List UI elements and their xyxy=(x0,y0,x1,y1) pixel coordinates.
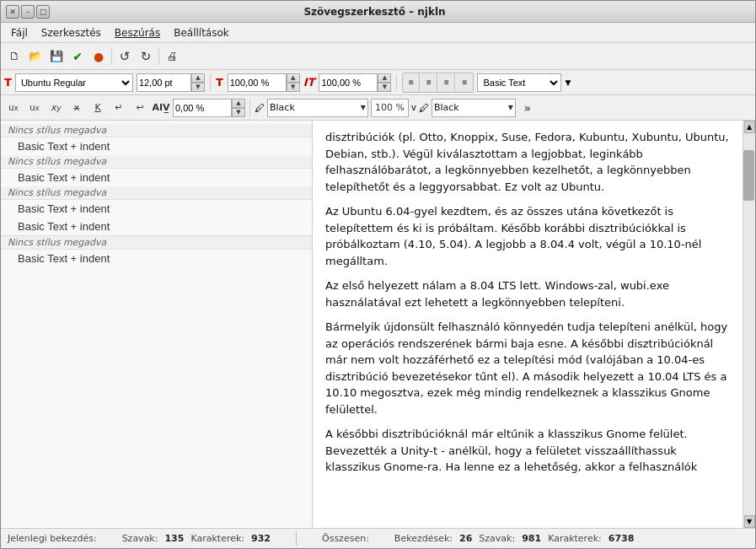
close-button[interactable]: ✕ xyxy=(6,5,19,19)
font-selector[interactable]: Ubuntu Regular xyxy=(15,73,133,92)
list-item[interactable]: Basic Text + indent xyxy=(1,218,312,236)
check-button[interactable]: ✔ xyxy=(67,46,88,67)
sidebar-style-indent-only-label: Basic Text + indent xyxy=(18,220,110,233)
align-buttons: ≡ ≡ ≡ ≡ xyxy=(402,73,474,93)
new-icon: 🗋 xyxy=(9,50,20,62)
caps-button[interactable]: AIV̲ xyxy=(152,99,170,117)
scale-y-down[interactable]: ▼ xyxy=(378,83,391,92)
color2-arrow-icon: ▼ xyxy=(508,104,513,111)
color2-icon: 🖊 xyxy=(419,102,429,114)
indent-down[interactable]: ▼ xyxy=(232,108,245,117)
list-item[interactable]: Basic Text + indent xyxy=(1,200,312,218)
scroll-thumb[interactable] xyxy=(743,150,754,201)
paragraph: disztribúciók (pl. Otto, Knoppix, Suse, … xyxy=(325,129,730,195)
color1-label: Black xyxy=(270,102,359,113)
indent-spinbox: ▲ ▼ xyxy=(232,99,245,117)
sidebar-style-indent-label: Basic Text + indent xyxy=(18,140,110,153)
font-size-up[interactable]: ▲ xyxy=(191,73,205,83)
total-chars-value: 6738 xyxy=(609,533,635,544)
menu-edit[interactable]: Szerkesztés xyxy=(35,25,108,40)
new-button[interactable]: 🗋 xyxy=(4,46,24,67)
superscript-button[interactable]: ux xyxy=(25,99,44,117)
color1-dropdown[interactable]: Black ▼ xyxy=(267,99,368,117)
color2-dropdown[interactable]: Black ▼ xyxy=(432,99,516,117)
main-window: ✕ – □ Szövegszerkesztő – njkln Fájl Szer… xyxy=(0,0,756,549)
words-value: 135 xyxy=(164,533,184,544)
minimize-button[interactable]: – xyxy=(21,5,35,19)
sidebar-style-indent-label: Basic Text + indent xyxy=(18,252,110,265)
align-left-button[interactable]: ≡ xyxy=(403,73,420,92)
scroll-up-button[interactable]: ▲ xyxy=(744,121,755,133)
window-title: Szövegszerkesztő – njkln xyxy=(50,6,700,18)
list-item[interactable]: Nincs stílus megadva xyxy=(1,186,312,200)
sidebar-style-none-label: Nincs stílus megadva xyxy=(8,237,106,248)
menu-file[interactable]: Fájl xyxy=(4,25,35,40)
subscript-button[interactable]: ux xyxy=(4,99,23,117)
titlebar: ✕ – □ Szövegszerkesztő – njkln xyxy=(1,1,755,23)
save-icon: 💾 xyxy=(50,50,63,62)
print-icon: 🖨 xyxy=(167,50,178,62)
window-controls[interactable]: ✕ – □ xyxy=(6,5,50,19)
zoom-separator: v xyxy=(411,103,416,112)
redo-icon: ↻ xyxy=(141,49,152,64)
zoom-display: 100 % xyxy=(371,99,409,117)
undo-icon: ↺ xyxy=(120,49,131,64)
list-item[interactable]: Nincs stílus megadva xyxy=(1,155,312,169)
font-size-down[interactable]: ▼ xyxy=(191,83,205,92)
paragraph: Bármelyik újdonsült felhasználó könnyedé… xyxy=(325,319,730,417)
sidebar-style-none-label: Nincs stílus megadva xyxy=(8,187,106,198)
total-chars-label: Karakterek: xyxy=(548,533,602,544)
paragraph-style-selector[interactable]: Basic Text xyxy=(477,73,561,92)
indent-value-input[interactable] xyxy=(173,99,232,117)
menu-insert[interactable]: Beszúrás xyxy=(108,25,167,40)
subscript2-button[interactable]: ↩ xyxy=(131,99,149,117)
scale-y-spinbox: ▲ ▼ xyxy=(378,73,391,92)
indent-up[interactable]: ▲ xyxy=(232,99,245,108)
paragraphs-value: 26 xyxy=(459,533,472,544)
style-sidebar: Nincs stílus megadva Basic Text + indent… xyxy=(1,121,313,528)
main-content-area: Nincs stílus megadva Basic Text + indent… xyxy=(1,121,755,528)
record-button[interactable]: ● xyxy=(88,46,109,67)
paragraph: Az Ubuntu 6.04-gyel kezdtem, és az össze… xyxy=(325,203,730,269)
print-button[interactable]: 🖨 xyxy=(162,46,182,67)
align-center-button[interactable]: ≡ xyxy=(421,73,437,92)
paragraph-toolbar: ux ux xy x̶ K ↵ ↩ AIV̲ ▲ ▼ 🖊 Black ▼ 100… xyxy=(1,95,755,121)
main-toolbar: 🗋 📂 💾 ✔ ● ↺ ↻ 🖨 xyxy=(1,43,755,70)
list-item[interactable]: Nincs stílus megadva xyxy=(1,124,312,137)
word-count-section: Szavak: 135 Karakterek: 932 xyxy=(122,533,271,544)
list-item[interactable]: Nincs stílus megadva xyxy=(1,236,312,250)
strikethrough-button[interactable]: x̶ xyxy=(67,99,86,117)
scale-x-input[interactable] xyxy=(228,73,287,92)
sidebar-style-indent-label: Basic Text + indent xyxy=(18,171,110,184)
scale-x-down[interactable]: ▼ xyxy=(287,83,300,92)
scale-y-input[interactable] xyxy=(319,73,378,92)
redo-button[interactable]: ↻ xyxy=(136,46,156,67)
check-icon: ✔ xyxy=(72,50,83,63)
scroll-down-button[interactable]: ▼ xyxy=(744,515,755,528)
special-char-button[interactable]: xy xyxy=(46,99,65,117)
save-button[interactable]: 💾 xyxy=(46,46,67,67)
bold2-button[interactable]: ↵ xyxy=(110,99,128,117)
list-item[interactable]: Basic Text + indent xyxy=(1,250,312,267)
sep5 xyxy=(249,100,250,116)
align-right-button[interactable]: ≡ xyxy=(438,73,455,92)
scale-y-up[interactable]: ▲ xyxy=(378,73,391,83)
sidebar-style-indent-label: Basic Text + indent xyxy=(18,202,110,215)
scale-x-up[interactable]: ▲ xyxy=(287,73,300,83)
scale-y-icon: IT xyxy=(303,76,315,89)
record-icon: ● xyxy=(94,50,104,63)
align-justify-button[interactable]: ≡ xyxy=(456,73,473,92)
more-options-button[interactable]: » xyxy=(518,99,537,117)
font-size-input[interactable] xyxy=(137,73,191,92)
list-item[interactable]: Basic Text + indent xyxy=(1,169,312,186)
document-content[interactable]: disztribúciók (pl. Otto, Knoppix, Suse, … xyxy=(313,121,743,528)
undo-button[interactable]: ↺ xyxy=(115,46,135,67)
list-item[interactable]: Basic Text + indent xyxy=(1,137,312,155)
scale-x-spinbox: ▲ ▼ xyxy=(287,73,300,92)
menu-settings[interactable]: Beállítások xyxy=(167,25,236,40)
font-size-spinbox: ▲ ▼ xyxy=(191,73,205,92)
open-button[interactable]: 📂 xyxy=(25,46,46,67)
sidebar-style-none-label: Nincs stílus megadva xyxy=(8,156,106,167)
maximize-button[interactable]: □ xyxy=(36,5,50,19)
underline2-button[interactable]: K xyxy=(88,99,107,117)
